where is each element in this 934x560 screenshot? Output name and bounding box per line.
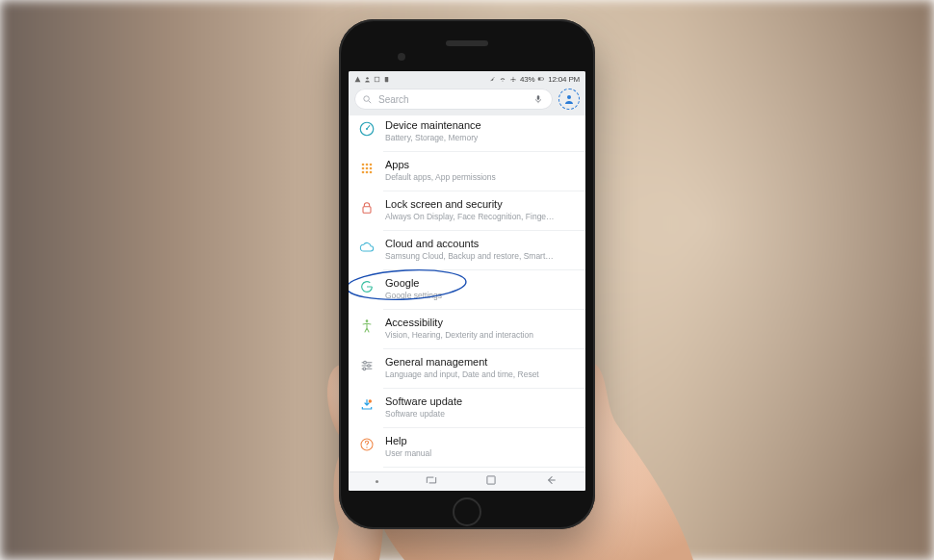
wifi-icon: [499, 75, 506, 83]
settings-list: Device maintenance Battery, Storage, Mem…: [349, 115, 585, 491]
battery-icon: [537, 75, 545, 83]
warning-icon: [354, 76, 361, 83]
settings-item-general-management[interactable]: General management Language and input, D…: [349, 348, 585, 388]
svg-rect-23: [363, 207, 371, 214]
row-title: Apps: [385, 159, 576, 171]
row-title: Accessibility: [385, 317, 576, 329]
search-icon: [362, 94, 373, 105]
nav-dot: [376, 480, 378, 483]
svg-point-17: [362, 167, 365, 170]
battery-text: 43%: [520, 75, 534, 84]
update-icon: [358, 396, 376, 414]
profile-button[interactable]: [558, 89, 580, 110]
row-subtitle: Language and input, Date and time, Reset: [385, 369, 576, 380]
phone-speaker: [446, 40, 488, 46]
svg-point-13: [366, 128, 368, 130]
row-title: Lock screen and security: [385, 198, 576, 211]
settings-item-apps[interactable]: Apps Default apps, App permissions: [349, 151, 585, 191]
svg-point-11: [567, 95, 571, 99]
svg-line-8: [369, 100, 371, 102]
row-title: Device maintenance: [385, 119, 576, 132]
airplane-icon: [509, 75, 517, 83]
svg-point-31: [363, 368, 366, 370]
settings-item-accessibility[interactable]: Accessibility Vision, Hearing, Dexterity…: [349, 309, 585, 348]
row-title: Help: [385, 435, 576, 447]
svg-point-15: [366, 164, 369, 166]
row-subtitle: Google settings: [385, 291, 576, 301]
nav-home-button[interactable]: [484, 473, 498, 491]
mute-icon: [488, 75, 496, 83]
row-subtitle: Samsung Cloud, Backup and restore, Smart…: [385, 251, 576, 262]
cloud-icon: [358, 239, 376, 256]
accessibility-icon: [358, 318, 376, 335]
row-title: Cloud and accounts: [385, 238, 576, 250]
row-subtitle: Battery, Storage, Memory: [385, 133, 576, 143]
phone-frame: 43% 12:04 PM D: [339, 19, 595, 529]
sim-icon: [383, 76, 390, 83]
svg-rect-9: [537, 95, 540, 100]
phone-home-button[interactable]: [453, 497, 481, 526]
svg-point-1: [366, 77, 368, 79]
row-title: General management: [385, 356, 576, 369]
svg-rect-5: [538, 78, 540, 81]
svg-rect-2: [375, 77, 379, 82]
svg-point-19: [370, 167, 373, 170]
svg-point-21: [366, 171, 369, 174]
row-title: Google: [385, 277, 576, 290]
mirror-icon: [374, 76, 380, 83]
svg-rect-38: [487, 475, 495, 483]
search-field[interactable]: [354, 89, 553, 110]
row-subtitle: Vision, Hearing, Dexterity and interacti…: [385, 330, 576, 341]
row-subtitle: Default apps, App permissions: [385, 172, 576, 183]
settings-item-cloud-accounts[interactable]: Cloud and accounts Samsung Cloud, Backup…: [349, 230, 585, 269]
svg-point-14: [362, 164, 365, 166]
help-icon: [358, 436, 376, 453]
lock-icon: [358, 199, 376, 216]
android-nav-bar: [349, 471, 585, 491]
svg-point-34: [366, 446, 367, 447]
status-bar: 43% 12:04 PM: [349, 71, 585, 85]
sliders-icon: [358, 357, 376, 374]
svg-point-25: [366, 319, 369, 322]
person-icon: [563, 93, 575, 105]
nav-recents-button[interactable]: [424, 473, 439, 491]
google-icon: [358, 278, 376, 295]
settings-item-lock-screen[interactable]: Lock screen and security Always On Displ…: [349, 191, 585, 230]
phone-screen: 43% 12:04 PM D: [349, 71, 585, 491]
clock-text: 12:04 PM: [548, 75, 580, 84]
svg-point-18: [366, 167, 369, 170]
settings-item-software-update[interactable]: Software update Software update: [349, 388, 585, 427]
settings-item-google[interactable]: Google Google settings: [349, 269, 585, 309]
row-title: Software update: [385, 395, 576, 408]
svg-point-30: [368, 365, 371, 368]
settings-item-device-maintenance[interactable]: Device maintenance Battery, Storage, Mem…: [349, 115, 585, 151]
phone-front-camera: [398, 53, 405, 61]
row-subtitle: Software update: [385, 409, 576, 420]
svg-point-20: [362, 171, 365, 174]
svg-rect-6: [544, 78, 545, 79]
settings-item-help[interactable]: Help User manual: [349, 427, 585, 467]
person-icon: [364, 76, 371, 83]
grid-icon: [358, 160, 376, 177]
row-subtitle: User manual: [385, 448, 576, 459]
row-subtitle: Always On Display, Face Recognition, Fin…: [385, 212, 576, 222]
voice-search-icon[interactable]: [532, 93, 545, 105]
search-input[interactable]: [378, 94, 526, 105]
svg-point-7: [364, 95, 370, 101]
gauge-icon: [358, 120, 376, 138]
svg-point-22: [370, 171, 373, 174]
svg-point-32: [369, 399, 372, 402]
svg-point-29: [364, 361, 367, 364]
nav-back-button[interactable]: [543, 473, 558, 491]
svg-rect-3: [385, 76, 389, 81]
search-row: [349, 85, 585, 115]
svg-point-16: [370, 164, 373, 166]
